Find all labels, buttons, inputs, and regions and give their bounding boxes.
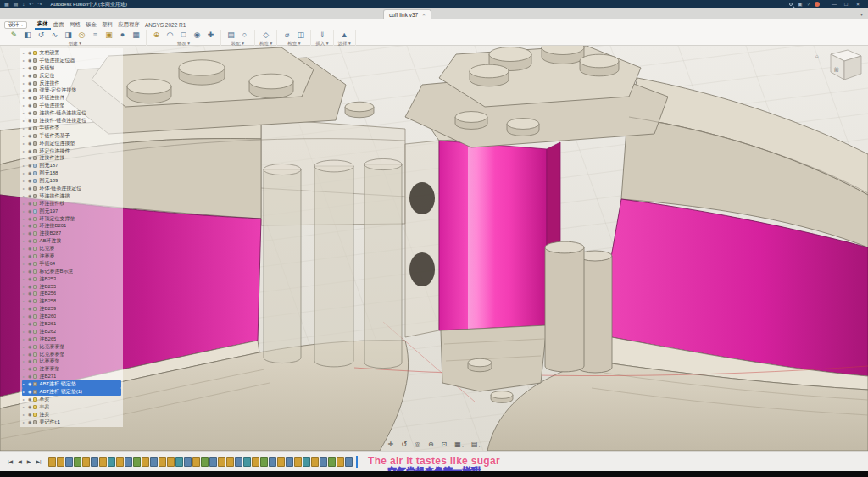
visibility-eye-icon[interactable]: ◉ [28, 179, 31, 183]
browser-row[interactable]: ▸◉环连接B201 [22, 222, 121, 230]
browser-row[interactable]: ▸◉反链轴 [22, 64, 121, 72]
visibility-eye-icon[interactable]: ◉ [28, 186, 31, 191]
browser-row[interactable]: ▸◉连接B287 [22, 230, 121, 237]
search-icon[interactable] [789, 3, 793, 6]
cylinder-body[interactable] [545, 247, 584, 372]
toolbar-tab-实体[interactable]: 实体 [35, 19, 51, 30]
visibility-eye-icon[interactable]: ◉ [28, 420, 31, 424]
expand-chevron-icon[interactable]: ▸ [23, 299, 26, 303]
toolbar-tab-ANSYS 2022 R1[interactable]: ANSYS 2022 R1 [142, 19, 188, 30]
browser-row[interactable]: ▸◉环定位连接件 [22, 147, 121, 155]
browser-row[interactable]: ▸◉连接件连接 [22, 154, 121, 162]
expand-chevron-icon[interactable]: ▸ [23, 66, 26, 70]
cylinder-icon[interactable]: ● [117, 30, 128, 40]
expand-chevron-icon[interactable]: ▸ [23, 291, 26, 296]
browser-row[interactable]: ▸◉手链连接垫 [22, 102, 121, 109]
stud-top[interactable] [507, 119, 539, 130]
fillet-icon[interactable]: ◠ [164, 30, 175, 40]
pan-icon[interactable]: ✛ [388, 441, 394, 448]
visibility-eye-icon[interactable]: ◉ [28, 111, 31, 115]
visibility-eye-icon[interactable]: ◉ [28, 247, 31, 251]
visibility-eye-icon[interactable]: ◉ [28, 66, 31, 70]
construction-plane-icon[interactable]: ◇ [260, 30, 271, 40]
model-canvas[interactable]: ⌂ 前 [0, 46, 868, 451]
expand-chevron-icon[interactable]: ▸ [23, 405, 26, 409]
browser-row[interactable]: ▸◉连赛赛 [22, 252, 121, 260]
browser-row[interactable]: ▸◉反定位 [22, 72, 121, 80]
expand-chevron-icon[interactable]: ▸ [23, 397, 26, 402]
box-icon[interactable]: ▣ [103, 30, 114, 40]
tab-close-icon[interactable]: × [422, 12, 426, 17]
browser-row[interactable]: ▸◉连赛赛垫 [22, 365, 121, 373]
joint-icon[interactable]: ○ [239, 30, 250, 40]
undo-icon[interactable]: ↶ [29, 2, 33, 7]
visibility-eye-icon[interactable]: ◉ [28, 74, 31, 78]
browser-row[interactable]: ▸◉环链连接件 [22, 94, 121, 102]
browser-row[interactable]: ▸◉手链件壳基子 [22, 132, 121, 140]
visibility-eye-icon[interactable]: ◉ [28, 209, 31, 214]
cylinder-body[interactable] [314, 166, 353, 367]
expand-chevron-icon[interactable]: ▸ [23, 359, 26, 363]
measure-icon[interactable]: ⌀ [281, 30, 292, 40]
support-cylinders[interactable] [545, 241, 612, 373]
stud-top[interactable] [491, 391, 513, 399]
new-component-icon[interactable]: ▤ [225, 30, 236, 40]
browser-row[interactable]: ▸◉革卖 [22, 396, 121, 403]
expand-chevron-icon[interactable]: ▸ [23, 149, 26, 153]
browser-row[interactable]: ▸◉环体-链条连接定位 [22, 185, 121, 192]
workspace-selector[interactable]: 设计 ▾ [4, 21, 27, 29]
expand-chevron-icon[interactable]: ▸ [23, 103, 26, 108]
expand-chevron-icon[interactable]: ▸ [23, 164, 26, 168]
expand-chevron-icon[interactable]: ▸ [23, 126, 26, 130]
insert-icon[interactable]: ⇓ [316, 30, 327, 40]
visibility-eye-icon[interactable]: ◉ [28, 58, 31, 63]
expand-chevron-icon[interactable]: ▸ [23, 171, 26, 175]
redo-icon[interactable]: ↷ [37, 2, 42, 7]
browser-row[interactable]: ▸◉连卖 [22, 411, 121, 419]
browser-row[interactable]: ▸◉连B260 [22, 313, 121, 320]
toolbar-tab-塑料[interactable]: 塑料 [99, 19, 115, 30]
visibility-eye-icon[interactable]: ◉ [28, 119, 31, 123]
visibility-eye-icon[interactable]: ◉ [28, 171, 31, 175]
visibility-eye-icon[interactable]: ◉ [28, 194, 31, 198]
visibility-eye-icon[interactable]: ◉ [28, 254, 31, 258]
visibility-eye-icon[interactable]: ◉ [28, 367, 31, 371]
stud-top[interactable] [580, 54, 619, 68]
browser-row[interactable]: ▸◉ABT连杆 锁定垫 [22, 380, 121, 388]
cylinder-top[interactable] [545, 241, 584, 253]
sweep-icon[interactable]: ∿ [49, 30, 60, 40]
expand-chevron-icon[interactable]: ▸ [23, 202, 26, 206]
document-tab[interactable]: cuff link v37 × [383, 9, 431, 19]
expand-chevron-icon[interactable]: ▸ [23, 322, 26, 326]
visibility-eye-icon[interactable]: ◉ [28, 390, 31, 394]
thread-icon[interactable]: ≡ [90, 30, 101, 40]
close-button[interactable]: × [852, 0, 864, 8]
file-menu-icon[interactable]: ▤ [14, 2, 19, 7]
expand-chevron-icon[interactable]: ▸ [23, 314, 26, 319]
move-icon[interactable]: ✚ [205, 30, 216, 40]
browser-row[interactable]: ▸◉手链64 [22, 260, 121, 268]
browser-row[interactable]: ▸◉比克赛赛垫 [22, 343, 121, 351]
visibility-eye-icon[interactable]: ◉ [28, 239, 31, 243]
browser-row[interactable]: ▸◉图元188 [22, 169, 121, 177]
expand-chevron-icon[interactable]: ▸ [23, 390, 26, 394]
visibility-eye-icon[interactable]: ◉ [28, 224, 31, 228]
visibility-eye-icon[interactable]: ◉ [28, 291, 31, 296]
visibility-eye-icon[interactable]: ◉ [28, 269, 31, 274]
visibility-eye-icon[interactable]: ◉ [28, 359, 31, 363]
stud-top[interactable] [468, 358, 492, 367]
expand-chevron-icon[interactable]: ▸ [23, 345, 26, 349]
browser-row[interactable]: ▸◉丰卖 [22, 403, 121, 411]
visibility-eye-icon[interactable]: ◉ [28, 81, 31, 86]
stud-top[interactable] [455, 112, 487, 123]
browser-row[interactable]: ▸◉标记赛连B示意 [22, 268, 121, 275]
tab-overflow-icon[interactable]: ▾ [860, 11, 863, 17]
browser-row[interactable]: ▸◉连B271 [22, 373, 121, 380]
browser-row[interactable]: ▸◉AB环连接 [22, 237, 121, 245]
expand-chevron-icon[interactable]: ▸ [23, 254, 26, 258]
loft-icon[interactable]: ◨ [63, 30, 74, 40]
visibility-eye-icon[interactable]: ◉ [28, 88, 31, 92]
visibility-eye-icon[interactable]: ◉ [28, 262, 31, 266]
browser-row[interactable]: ▸◉连B265 [22, 336, 121, 343]
expand-chevron-icon[interactable]: ▸ [23, 74, 26, 78]
